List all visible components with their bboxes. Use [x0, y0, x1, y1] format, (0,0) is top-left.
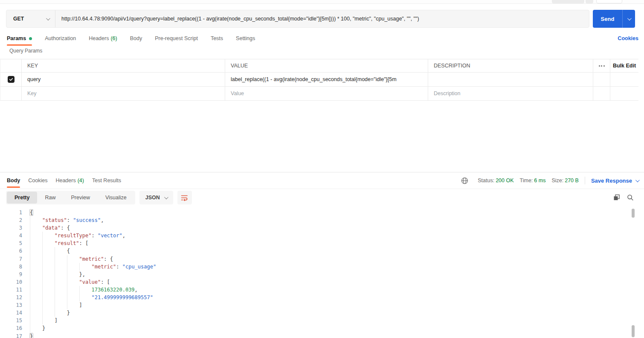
line-number: 16 [0, 324, 22, 332]
code-token: } [67, 310, 70, 316]
format-dropdown[interactable]: JSON [139, 191, 173, 204]
send-options-button[interactable] [622, 10, 635, 28]
format-label: JSON [145, 195, 160, 201]
indent-guide [42, 239, 55, 247]
code-token: "status" [42, 217, 67, 223]
line-number: 3 [0, 224, 22, 232]
tab-label: Settings [236, 35, 255, 41]
view-tab-pretty[interactable]: Pretty [7, 192, 37, 204]
line-number: 13 [0, 301, 22, 309]
code-token: "metric" [79, 256, 104, 262]
value-column-header: VALUE [225, 59, 428, 73]
indent-guide [30, 255, 42, 263]
indent-guide [67, 301, 79, 309]
indent-guide [42, 278, 55, 286]
indent-guide [55, 278, 67, 286]
tab-body[interactable]: Body [130, 32, 142, 45]
bulk-edit-button[interactable]: Bulk Edit [610, 59, 638, 73]
tab-label: Body [7, 178, 20, 184]
chevron-down-icon [164, 195, 168, 199]
wrap-text-button[interactable] [177, 191, 192, 204]
indent-guide [30, 239, 42, 247]
indent-guide [42, 232, 55, 239]
tab-count-badge: (4) [78, 178, 84, 184]
line-number: 8 [0, 263, 22, 271]
tab-label: Params [7, 35, 26, 41]
indent-guide [55, 294, 67, 301]
code-token: : { [104, 256, 113, 262]
new-param-key-input[interactable]: Key [22, 87, 225, 101]
line-number: 15 [0, 317, 22, 324]
save-response-button[interactable]: Save Response [591, 178, 638, 184]
response-scrollbar[interactable] [632, 208, 635, 337]
view-tab-visualize[interactable]: Visualize [98, 192, 134, 204]
scrollbar-thumb[interactable] [632, 209, 635, 218]
tab-settings[interactable]: Settings [236, 32, 255, 45]
view-tab-preview[interactable]: Preview [63, 192, 97, 204]
search-response-button[interactable] [627, 194, 634, 201]
indent-guide [67, 263, 79, 271]
code-line: 2"status": "success", [0, 216, 633, 224]
indent-guide [30, 216, 42, 224]
code-line: 16} [0, 324, 633, 332]
code-line: 1{ [0, 209, 633, 216]
view-tab-raw[interactable]: Raw [37, 192, 63, 204]
new-param-value-input[interactable]: Value [225, 87, 428, 101]
url-bar: GET [6, 10, 589, 28]
param-key-cell[interactable]: query [22, 73, 225, 87]
response-tab-cookies[interactable]: Cookies [28, 174, 47, 187]
network-globe-icon[interactable] [461, 177, 468, 184]
line-number: 17 [0, 332, 22, 338]
cookies-link[interactable]: Cookies [618, 35, 638, 41]
param-row-checkbox-cell [0, 73, 22, 87]
indent-guide [55, 247, 67, 255]
tab-label: Body [130, 35, 142, 41]
indent-guide [42, 247, 55, 255]
code-line: 8"metric": "cpu_usage" [0, 263, 633, 271]
tab-authorization[interactable]: Authorization [45, 32, 76, 45]
code-token: "metric" [91, 264, 116, 270]
divider [585, 177, 585, 184]
indent-guide [55, 255, 67, 263]
param-row-actions-cell [610, 73, 638, 87]
code-line: 13] [0, 301, 633, 309]
response-tab-test-results[interactable]: Test Results [92, 174, 121, 187]
new-param-description-input[interactable]: Description [428, 87, 593, 101]
params-active-dot-icon [29, 37, 32, 40]
more-options-icon[interactable] [599, 65, 605, 67]
response-tab-headers[interactable]: Headers(4) [55, 174, 84, 187]
line-number: 7 [0, 255, 22, 263]
indent-guide [42, 271, 55, 278]
tab-headers[interactable]: Headers(6) [89, 32, 117, 45]
tab-pre-request-script[interactable]: Pre-request Script [155, 32, 198, 45]
param-row-actions-cell [593, 73, 610, 87]
code-line: 15] [0, 317, 633, 324]
tab-tests[interactable]: Tests [211, 32, 223, 45]
line-number: 11 [0, 286, 22, 294]
param-enabled-checkbox[interactable] [8, 76, 15, 83]
indent-guide [55, 286, 67, 294]
tab-label: Cookies [28, 178, 47, 184]
response-tab-body[interactable]: Body [7, 174, 20, 187]
request-url-input[interactable] [55, 10, 589, 27]
indent-guide [30, 224, 42, 232]
tab-params[interactable]: Params [7, 32, 32, 45]
empty-row-actions-cell [593, 87, 610, 101]
postman-request-window: GET Send ParamsAuthorizationHeaders(6)Bo… [0, 0, 644, 338]
param-description-cell[interactable] [428, 73, 593, 87]
indent-guide [30, 286, 42, 294]
checkbox-column-header [0, 59, 22, 73]
code-token: "data" [42, 225, 61, 231]
code-token: "result" [55, 240, 79, 246]
code-token: : [67, 217, 73, 223]
param-value-cell[interactable]: label_replace((1 - avg(irate(node_cpu_se… [225, 73, 428, 87]
http-method-dropdown[interactable]: GET [6, 10, 55, 27]
scrollbar-thumb[interactable] [632, 325, 635, 337]
send-button[interactable]: Send [593, 10, 635, 28]
more-options-cell [593, 59, 610, 73]
tab-label: Test Results [92, 178, 121, 184]
response-view-segmented-control: PrettyRawPreviewVisualize [6, 191, 135, 204]
tab-label: Authorization [45, 35, 76, 41]
line-number: 14 [0, 309, 22, 317]
copy-response-button[interactable] [613, 194, 620, 201]
